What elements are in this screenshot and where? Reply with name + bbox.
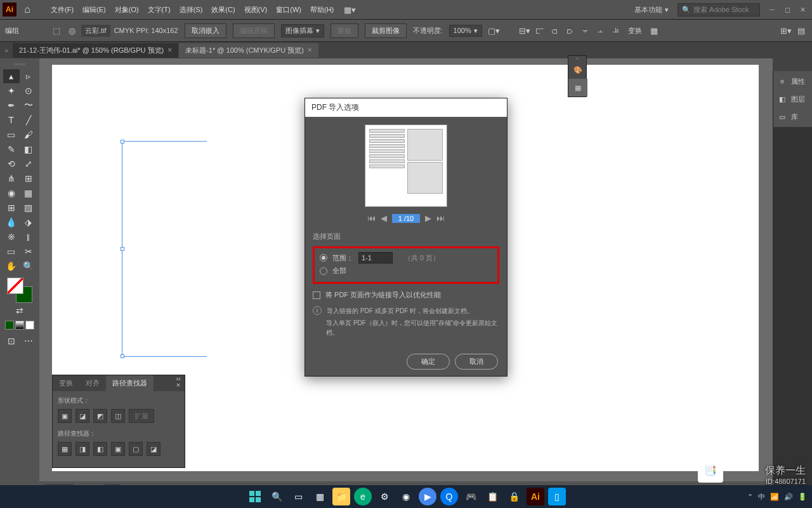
- magic-wand-tool[interactable]: ✦: [3, 84, 20, 98]
- close-icon[interactable]: ×: [308, 46, 312, 55]
- volume-icon[interactable]: 🔊: [784, 493, 793, 501]
- app-icon-2[interactable]: Q: [440, 488, 458, 505]
- workspace-dropdown[interactable]: 基本功能▾: [631, 4, 672, 16]
- dock-icon[interactable]: ▤: [796, 25, 807, 36]
- tray-chevron-icon[interactable]: ⌃: [747, 493, 753, 501]
- symbol-sprayer-tool[interactable]: ※: [3, 230, 20, 244]
- menu-select[interactable]: 选择(S): [176, 3, 207, 17]
- intersect-icon[interactable]: ◩: [93, 409, 107, 423]
- ime-icon[interactable]: 中: [758, 492, 765, 502]
- pen-tool[interactable]: ✒: [3, 98, 20, 112]
- eyedropper-tool[interactable]: 💧: [3, 215, 20, 229]
- menu-object[interactable]: 对象(O): [111, 3, 143, 17]
- free-transform-tool[interactable]: ⊞: [20, 171, 37, 185]
- embed-icon[interactable]: ◎: [66, 25, 77, 36]
- align-icon[interactable]: ⊟▾: [519, 25, 530, 36]
- brush-tool[interactable]: 🖌: [20, 128, 37, 142]
- style-icon[interactable]: ▢▾: [488, 25, 500, 36]
- align-top-icon[interactable]: ⫟: [580, 25, 591, 36]
- swap-fill-icon[interactable]: ⇄: [11, 304, 28, 318]
- menu-type[interactable]: 文字(T): [144, 3, 174, 17]
- link-icon[interactable]: ⬚: [51, 25, 62, 36]
- trim-icon[interactable]: ◨: [75, 442, 89, 456]
- search-input[interactable]: 🔍搜索 Adobe Stock: [678, 3, 760, 17]
- close-button[interactable]: ✕: [796, 4, 809, 15]
- edit-toolbar-icon[interactable]: ⋯: [20, 334, 37, 348]
- graph-tool[interactable]: ⫿: [20, 230, 37, 244]
- rectangle-tool[interactable]: ▭: [3, 128, 20, 142]
- menu-help[interactable]: 帮助(H): [306, 3, 337, 17]
- isolate-icon[interactable]: ⊞▾: [780, 25, 792, 36]
- artboard-tool[interactable]: ▭: [3, 244, 20, 258]
- shaper-tool[interactable]: ✎: [3, 142, 20, 156]
- align-right-icon[interactable]: ⫐: [565, 25, 576, 36]
- color-mode-gradient[interactable]: [15, 321, 24, 330]
- eraser-tool[interactable]: ◧: [20, 142, 37, 156]
- app-icon-5[interactable]: 🔒: [505, 488, 523, 505]
- start-icon[interactable]: [246, 488, 264, 505]
- widgets-icon[interactable]: ▦: [311, 488, 329, 505]
- scale-tool[interactable]: ⤢: [20, 157, 37, 171]
- hand-tool[interactable]: ✋: [3, 259, 20, 273]
- align-bottom-icon[interactable]: ⫡: [610, 25, 622, 36]
- curvature-tool[interactable]: 〜: [20, 98, 37, 112]
- type-tool[interactable]: T: [3, 113, 20, 127]
- lasso-tool[interactable]: ⊙: [20, 84, 37, 98]
- minimize-button[interactable]: ─: [765, 4, 779, 15]
- line-tool[interactable]: ╱: [20, 113, 37, 127]
- transform-label[interactable]: 变换: [628, 26, 642, 36]
- merge-icon[interactable]: ◧: [93, 442, 107, 456]
- app-icon-6[interactable]: ▯: [548, 488, 566, 505]
- zoom-tool[interactable]: 🔍: [20, 259, 37, 273]
- minus-back-icon[interactable]: ◪: [147, 442, 160, 456]
- tab-menu-icon[interactable]: »: [1, 42, 11, 58]
- exclude-icon[interactable]: ◫: [111, 409, 125, 423]
- align-center-icon[interactable]: ⫏: [549, 25, 561, 36]
- pathfinder-tab[interactable]: 路径查找器: [106, 375, 154, 391]
- home-icon[interactable]: ⌂: [19, 1, 36, 18]
- fill-swatch[interactable]: [7, 277, 23, 294]
- link-checkbox[interactable]: [313, 291, 320, 299]
- app-icon-3[interactable]: 🎮: [462, 488, 480, 505]
- task-view-icon[interactable]: ▭: [289, 488, 307, 505]
- minus-front-icon[interactable]: ◪: [75, 409, 89, 423]
- crop-icon[interactable]: ▣: [111, 442, 125, 456]
- properties-panel-button[interactable]: ≡属性: [775, 72, 811, 90]
- page-number-input[interactable]: 1 /10: [392, 214, 420, 223]
- document-tab-2[interactable]: 未标题-1* @ 100% (CMYK/GPU 预览)×: [179, 43, 318, 58]
- range-input[interactable]: [358, 252, 393, 264]
- app-icon-1[interactable]: ▶: [419, 488, 436, 505]
- align-left-icon[interactable]: ⫍: [534, 25, 546, 36]
- libraries-panel-button[interactable]: ▭库: [775, 108, 811, 126]
- floating-color-panel[interactable]: ‹‹ 🎨 ▦: [568, 55, 587, 97]
- cancel-button[interactable]: 取消: [455, 354, 498, 370]
- pathfinder-panel[interactable]: 变换 对齐 路径查找器 ‹‹× 形状模式： ▣ ◪ ◩ ◫ 扩展 路径查找器： …: [52, 375, 185, 468]
- explorer-icon[interactable]: 📁: [332, 488, 350, 505]
- illustrator-taskbar-icon[interactable]: Ai: [527, 488, 544, 505]
- menu-window[interactable]: 窗口(W): [272, 3, 305, 17]
- unembed-button[interactable]: 取消嵌入: [185, 23, 226, 38]
- color-picker-icon[interactable]: 🎨: [568, 61, 587, 79]
- color-mode-none[interactable]: [25, 321, 34, 330]
- align-middle-icon[interactable]: ⫠: [595, 25, 606, 36]
- menu-effect[interactable]: 效果(C): [207, 3, 239, 17]
- rotate-tool[interactable]: ⟲: [3, 157, 20, 171]
- system-tray[interactable]: ⌃ 中 📶 🔊 🔋: [747, 492, 807, 502]
- mesh-tool[interactable]: ⊞: [3, 201, 20, 215]
- menu-file[interactable]: 文件(F): [47, 3, 77, 17]
- color-mode-color[interactable]: [5, 321, 14, 330]
- direct-selection-tool[interactable]: ▹: [20, 69, 37, 83]
- perspective-tool[interactable]: ▦: [20, 186, 37, 200]
- layers-panel-button[interactable]: ◧图层: [775, 90, 811, 108]
- panel-menu-icon[interactable]: ‹‹×: [173, 375, 185, 391]
- menu-view[interactable]: 视图(V): [240, 3, 272, 17]
- shape-builder-tool[interactable]: ◉: [3, 186, 20, 200]
- maximize-button[interactable]: ◻: [780, 4, 794, 15]
- blend-tool[interactable]: ⬗: [20, 215, 37, 229]
- expand-button[interactable]: 扩展: [129, 409, 154, 423]
- range-radio[interactable]: [320, 254, 327, 262]
- divide-icon[interactable]: ▦: [58, 442, 72, 456]
- all-radio[interactable]: [320, 267, 327, 275]
- swatches-icon[interactable]: ▦: [568, 79, 587, 97]
- selection-tool[interactable]: ▴: [3, 69, 20, 83]
